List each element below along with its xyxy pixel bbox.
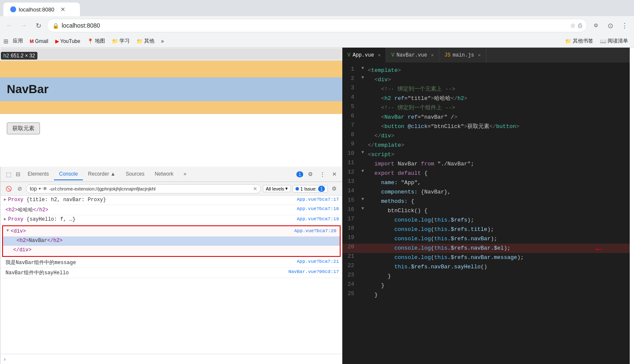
get-element-button[interactable]: 获取元素	[7, 122, 40, 134]
line-fold-16[interactable]: ▼	[359, 206, 366, 211]
issue-badge: 1	[318, 186, 325, 192]
devtools-more-button[interactable]: ⋮	[318, 170, 327, 179]
console-row-1: ▶ Proxy {title: h2, navBar: Proxy} App.v…	[0, 196, 342, 205]
bookmark-reading-list[interactable]: 📖 阅读清单	[597, 37, 631, 46]
tab-sources[interactable]: Sources	[121, 168, 150, 180]
issues-button[interactable]: 1 Issue: 1	[293, 185, 328, 193]
device-toggle-button[interactable]: ⊟	[13, 170, 23, 179]
bookmark-youtube[interactable]: ▶ YouTube	[53, 37, 83, 45]
tab-console[interactable]: Console	[54, 168, 83, 180]
mainjs-close[interactable]: ✕	[478, 52, 481, 58]
star-icon[interactable]: ☆	[570, 22, 576, 29]
line-code-7: <button @click="btnClick">获取元素</button>	[366, 122, 519, 131]
console-link-3[interactable]: App.vue?bca7:19	[297, 216, 339, 222]
bookmark-gmail[interactable]: M Gmail	[27, 37, 51, 45]
filter-clear-icon[interactable]: ✕	[253, 186, 257, 192]
proxy-text-1: Proxy	[8, 197, 26, 203]
code-line-13: 13 name: "App",	[342, 178, 630, 188]
code-line-19: 19 console.log(this.$refs.navBar);	[342, 234, 630, 244]
navbarvue-color-icon: V	[391, 52, 394, 58]
tab-network[interactable]: Network	[150, 168, 179, 180]
bookmark-study[interactable]: 📁 学习	[109, 37, 132, 46]
more-label: »	[161, 38, 164, 44]
line-fold-15[interactable]: ▼	[359, 197, 366, 202]
close-devtools-button[interactable]: ✕	[330, 170, 339, 179]
console-row-5: 我是NavBar组件中的message App.vue?bca7:21	[0, 258, 342, 268]
page-content: NavBar 获取元素	[0, 48, 342, 143]
back-button[interactable]: ←	[3, 20, 15, 31]
apps-label: 应用	[13, 37, 23, 45]
refresh-button[interactable]: ↻	[32, 20, 44, 31]
code-line-7: 7 <button @click="btnClick">获取元素</button…	[342, 122, 630, 131]
issue-settings-button[interactable]: ⚙	[330, 184, 339, 193]
filter-toggle-button[interactable]: ⊘	[15, 184, 24, 193]
appvue-color-icon: V	[347, 52, 350, 58]
line-fold-2[interactable]: ▼	[359, 75, 366, 80]
dropdown-icon[interactable]: ▾	[39, 186, 41, 191]
console-content-4c: </div>	[13, 247, 336, 253]
console-link-5[interactable]: App.vue?bca7:21	[297, 259, 339, 264]
left-panel: h2 651.2 × 32 NavBar 获取元素 ⬚ ⊟	[0, 48, 342, 364]
menu-button[interactable]: ⋮	[619, 20, 631, 31]
settings-button[interactable]: ⚙	[306, 170, 315, 179]
expand-icon-4[interactable]: ▼	[6, 228, 9, 233]
editor-tab-navbarvue[interactable]: V NavBar.vue ✕	[386, 48, 439, 63]
browser-tab[interactable]: localhost:8080 ✕	[3, 3, 80, 16]
devtools-toolbar: 🚫 ⊘ top ▾ 👁 -url:chrome-extension://jgph…	[0, 182, 342, 196]
appvue-close[interactable]: ✕	[378, 52, 381, 58]
console-row-4-container: ▼ <div> App.vue?bca7:20 <h2>NavBar</h2>	[2, 225, 341, 257]
line-number-1: 1	[342, 66, 359, 72]
tab-recorder[interactable]: Recorder ▲	[83, 168, 121, 180]
levels-dropdown[interactable]: All levels ▾	[263, 185, 291, 192]
tab-more[interactable]: »	[179, 168, 192, 180]
code-lines[interactable]: 1 ▼ <template> 2 ▼ <div> 3 <!-- 绑定到一个元素上…	[342, 63, 630, 364]
line-code-24: }	[366, 281, 384, 290]
eye-icon[interactable]: 👁	[43, 186, 48, 192]
orange-bar-top	[0, 60, 342, 77]
expand-icon-3[interactable]: ▶	[4, 216, 6, 222]
code-line-20: 20 console.log(this.$refs.navBar.$el); ←	[342, 244, 630, 253]
console-link-6[interactable]: NavBar.vue?06cd:17	[288, 269, 339, 274]
tab-elements[interactable]: Elements	[23, 168, 54, 180]
extensions-button[interactable]: ⚙	[590, 20, 602, 31]
code-line-8: 8 </div>	[342, 131, 630, 141]
address-bar[interactable]: 🔒 localhost:8080 ☆ ⎙	[47, 19, 587, 32]
bookmark-other[interactable]: 📁 其他	[134, 37, 157, 46]
tab-close-button[interactable]: ✕	[60, 6, 65, 13]
youtube-icon: ▶	[55, 38, 59, 44]
line-code-3: <!-- 绑定到一个元素上 -->	[366, 85, 455, 94]
expand-icon-1[interactable]: ▶	[4, 197, 6, 202]
gmail-icon: M	[30, 39, 34, 44]
navbarvue-close[interactable]: ✕	[431, 52, 434, 58]
line-number-20: 20	[342, 244, 359, 250]
gmail-label: Gmail	[35, 38, 48, 44]
orange-bar-bottom	[0, 101, 342, 114]
profile-button[interactable]: ⊙	[604, 20, 616, 31]
bookmark-more[interactable]: »	[159, 37, 167, 45]
code-line-23: 23 }	[342, 272, 630, 281]
forward-button[interactable]: →	[18, 20, 30, 31]
share-icon[interactable]: ⎙	[578, 22, 582, 29]
console-content-3: Proxy {sayHello: f, …}	[8, 216, 297, 222]
editor-tab-mainjs[interactable]: JS main.js ✕	[439, 48, 486, 63]
line-fold-1[interactable]: ▼	[359, 66, 366, 71]
element-tooltip: h2 651.2 × 32	[1, 52, 37, 60]
console-output[interactable]: ▶ Proxy {title: h2, navBar: Proxy} App.v…	[0, 196, 342, 354]
line-number-14: 14	[342, 188, 359, 194]
bookmark-other-bookmarks[interactable]: 📁 其他书签	[563, 37, 596, 46]
bookmark-apps[interactable]: 应用	[10, 37, 26, 46]
console-link-1[interactable]: App.vue?bca7:17	[297, 197, 339, 202]
clear-console-button[interactable]: 🚫	[4, 184, 13, 193]
console-link-2[interactable]: App.vue?bca7:18	[297, 206, 339, 211]
browser-viewport: h2 651.2 × 32 NavBar 获取元素	[0, 48, 342, 167]
line-number-11: 11	[342, 159, 359, 166]
editor-tab-appvue[interactable]: V App.vue ✕	[342, 48, 386, 63]
code-line-22: 22 this.$refs.navBar.sayHello()	[342, 262, 630, 272]
console-link-4[interactable]: App.vue?bca7:20	[294, 228, 336, 233]
line-fold-12[interactable]: ▼	[359, 169, 366, 173]
code-line-5: 5 <!-- 绑定到一个组件上 -->	[342, 103, 630, 113]
inspect-element-button[interactable]: ⬚	[4, 170, 13, 179]
line-fold-10[interactable]: ▼	[359, 150, 366, 155]
line-code-23: }	[366, 272, 391, 281]
bookmark-maps[interactable]: 📍 地图	[85, 37, 108, 46]
